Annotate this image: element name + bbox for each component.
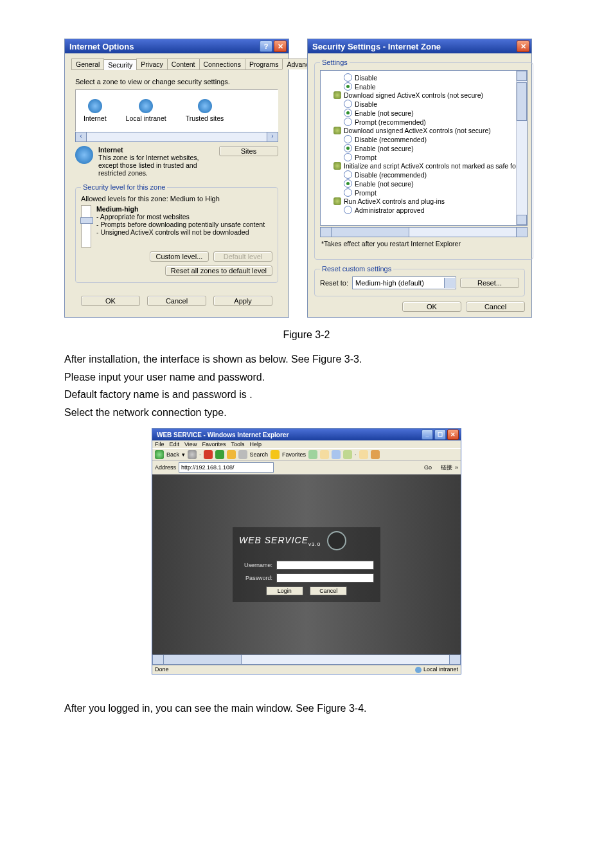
radio-icon[interactable]	[344, 109, 352, 117]
links-label[interactable]: 链接	[441, 464, 452, 472]
radio-icon[interactable]	[344, 170, 352, 179]
apply-button[interactable]: Apply	[213, 296, 272, 306]
print-icon[interactable]	[332, 450, 341, 459]
security-level-group: Security level for this zone Allowed lev…	[75, 183, 278, 283]
reset-all-zones-button[interactable]: Reset all zones to default level	[165, 266, 272, 276]
menu-file[interactable]: File	[155, 441, 164, 448]
reset-to-label: Reset to:	[320, 279, 348, 287]
back-icon[interactable]	[155, 450, 164, 459]
settings-list[interactable]: Disable Enable Download signed ActiveX c…	[320, 70, 528, 226]
cancel-button[interactable]: Cancel	[147, 296, 206, 306]
close-icon[interactable]: ✕	[447, 429, 459, 440]
zone-internet[interactable]: Internet	[84, 99, 107, 122]
zone-trusted-sites[interactable]: Trusted sites	[186, 99, 224, 122]
scroll-right-icon[interactable]	[516, 227, 528, 237]
close-icon[interactable]: ✕	[274, 41, 287, 52]
menu-view[interactable]: View	[184, 441, 197, 448]
tab-content[interactable]: Content	[167, 59, 200, 69]
discuss-icon[interactable]	[359, 450, 368, 459]
settings-hscroll[interactable]	[320, 227, 528, 237]
tab-privacy[interactable]: Privacy	[136, 59, 167, 69]
security-level-legend: Security level for this zone	[81, 183, 167, 191]
ws-hscroll[interactable]	[152, 655, 461, 665]
close-icon[interactable]: ✕	[517, 41, 529, 52]
mail-icon[interactable]	[320, 450, 329, 459]
cancel-button[interactable]: Cancel	[466, 302, 525, 312]
history-icon[interactable]	[308, 450, 317, 459]
default-level-button[interactable]: Default level	[213, 251, 272, 262]
minimize-icon[interactable]: _	[422, 429, 433, 440]
restart-note: *Takes effect after you restart Internet…	[321, 240, 526, 248]
scroll-right-icon[interactable]	[449, 655, 461, 665]
scroll-left-icon[interactable]	[152, 655, 164, 665]
radio-icon[interactable]	[344, 100, 352, 108]
reset-to-select[interactable]: Medium-high (default)	[352, 276, 456, 289]
address-input[interactable]: http://192.168.1.108/	[179, 462, 274, 473]
home-icon[interactable]	[227, 450, 236, 459]
help-icon[interactable]: ?	[260, 41, 272, 52]
reset-legend: Reset custom settings	[320, 265, 393, 273]
favorites-label[interactable]: Favorites	[282, 451, 306, 458]
scroll-track[interactable]	[87, 132, 267, 142]
tab-connections[interactable]: Connections	[199, 59, 245, 69]
reset-button[interactable]: Reset...	[460, 278, 519, 288]
body-text: Default factory name is and password is …	[64, 388, 549, 402]
favorites-icon[interactable]	[271, 450, 280, 459]
login-button[interactable]: Login	[266, 586, 303, 595]
maximize-icon[interactable]: ☐	[434, 429, 446, 440]
search-icon[interactable]	[238, 450, 247, 459]
radio-icon[interactable]	[344, 118, 352, 126]
radio-icon[interactable]	[344, 188, 352, 197]
ws-addressbar: Address http://192.168.1.108/ Go 链接 »	[152, 461, 461, 475]
ok-button[interactable]: OK	[402, 302, 461, 312]
menu-tools[interactable]: Tools	[231, 441, 244, 448]
radio-icon[interactable]	[344, 144, 352, 152]
radio-icon[interactable]	[344, 206, 352, 214]
cancel-button[interactable]: Cancel	[310, 586, 347, 595]
username-input[interactable]	[276, 561, 374, 570]
stop-icon[interactable]	[204, 450, 213, 459]
scroll-track[interactable]	[332, 227, 516, 237]
radio-icon[interactable]	[344, 135, 352, 143]
radio-icon[interactable]	[344, 153, 352, 161]
radio-icon[interactable]	[344, 179, 352, 188]
menu-favorites[interactable]: Favorites	[202, 441, 226, 448]
tab-general[interactable]: General	[71, 59, 104, 69]
scroll-left-icon[interactable]	[320, 227, 332, 237]
level-bullet: - Unsigned ActiveX controls will not be …	[96, 228, 249, 236]
internet-options-dialog: Internet Options ? ✕ General Security Pr…	[64, 39, 289, 318]
zone-desc-title: Internet	[98, 146, 214, 154]
forward-icon[interactable]	[188, 450, 197, 459]
zone-local-intranet[interactable]: Local intranet	[126, 99, 166, 122]
globe-icon	[198, 99, 212, 113]
zone-hscroll[interactable]: ‹ ›	[75, 132, 278, 142]
menu-help[interactable]: Help	[249, 441, 262, 448]
edit-icon[interactable]	[343, 450, 352, 459]
vscrollbar[interactable]	[516, 71, 527, 225]
go-label[interactable]: Go	[424, 464, 432, 471]
scroll-left-icon[interactable]: ‹	[75, 132, 87, 142]
zone-list[interactable]: Internet Local intranet Trusted sites	[75, 89, 278, 132]
scroll-right-icon[interactable]: ›	[267, 132, 278, 142]
search-label[interactable]: Search	[250, 451, 269, 458]
login-panel: WEB SERVICEv3.0 Username: Password: Logi…	[233, 527, 380, 602]
back-label[interactable]: Back	[166, 451, 179, 458]
slider-thumb[interactable]	[80, 217, 93, 224]
globe-icon	[75, 146, 93, 164]
custom-level-button[interactable]: Custom level...	[150, 251, 209, 262]
sites-button[interactable]: Sites	[219, 146, 278, 156]
radio-icon[interactable]	[344, 73, 352, 82]
security-slider[interactable]	[81, 205, 91, 248]
scroll-thumb[interactable]	[517, 82, 527, 121]
password-input[interactable]	[276, 574, 374, 583]
username-label: Username:	[239, 562, 272, 568]
radio-icon[interactable]	[344, 82, 352, 91]
refresh-icon[interactable]	[215, 450, 224, 459]
tab-programs[interactable]: Programs	[245, 59, 283, 69]
menu-edit[interactable]: Edit	[170, 441, 180, 448]
scroll-track[interactable]	[164, 655, 449, 665]
research-icon[interactable]	[371, 450, 380, 459]
status-done: Done	[155, 666, 169, 673]
ok-button[interactable]: OK	[81, 296, 140, 306]
tab-security[interactable]: Security	[103, 59, 137, 70]
